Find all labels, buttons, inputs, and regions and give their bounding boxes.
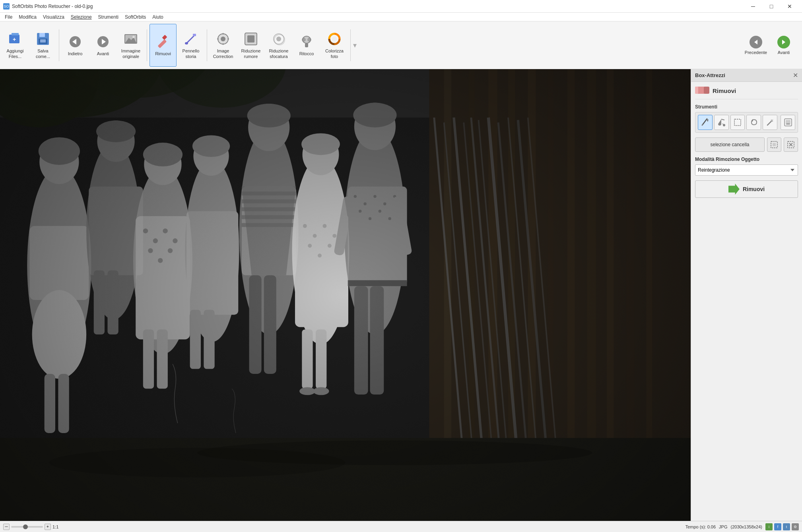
toolbar-ridrumore-button[interactable]: Riduzionerumore <box>237 24 264 67</box>
toolbar-sep-3 <box>207 29 207 61</box>
status-bar: ─ + 1:1 Tempo (s): 0.06 JPG (2030x1358x2… <box>0 521 802 532</box>
indietro-icon <box>67 34 83 50</box>
zoom-out-button[interactable]: ─ <box>3 524 10 530</box>
aggiungi-icon: + <box>7 31 23 47</box>
tools-grid <box>695 112 798 133</box>
tool-fill-button[interactable] <box>714 115 729 130</box>
svg-point-14 <box>132 36 135 38</box>
remove-action-button[interactable]: Rimuovi <box>695 180 798 198</box>
minimize-button[interactable]: ─ <box>744 0 762 13</box>
menu-visualizza[interactable]: Visualizza <box>40 13 68 21</box>
svg-rect-174 <box>773 143 776 146</box>
close-button[interactable]: ✕ <box>781 0 799 13</box>
imagecorr-label: ImageCorrection <box>213 48 233 59</box>
toolbar-indietro-button[interactable]: Indietro <box>62 24 89 67</box>
toolbar-ridsfoc-button[interactable]: Riduzionesfocatura <box>265 24 292 67</box>
tool-wand-button[interactable] <box>763 115 777 130</box>
toolbar: + AggiungiFiles... Salvacome... Indietro <box>0 21 802 69</box>
svg-line-17 <box>186 35 194 43</box>
svg-marker-41 <box>782 40 785 44</box>
main-area: Box-Attrezzi ✕ Rimuovi Strumenti <box>0 69 802 521</box>
svg-rect-164 <box>734 119 741 126</box>
menu-strumenti[interactable]: Strumenti <box>95 13 122 21</box>
maximize-button[interactable]: □ <box>762 0 781 13</box>
rimuovi-label: Rimuovi <box>155 51 171 56</box>
svg-line-165 <box>767 121 771 125</box>
svg-rect-29 <box>247 35 254 43</box>
next-icon <box>777 36 790 48</box>
selection-cancel-button[interactable]: selezione cancella <box>695 137 765 152</box>
menu-selezione[interactable]: Selezione <box>68 13 95 21</box>
menu-bar: File Modifica Visualizza Selezione Strum… <box>0 13 802 21</box>
pennello-label: Pennellostoria <box>183 48 200 59</box>
svg-rect-18 <box>193 34 196 36</box>
toolbar-aggiungi-button[interactable]: + AggiungiFiles... <box>2 24 29 67</box>
menu-modifica[interactable]: Modifica <box>16 13 40 21</box>
menu-aiuto[interactable]: Aiuto <box>149 13 166 21</box>
tool-lasso-button[interactable] <box>746 115 761 130</box>
nav-prev-button[interactable]: Precedente <box>742 24 769 67</box>
toolbar-immagine-button[interactable]: Immagineoriginale <box>117 24 144 67</box>
zoom-slider[interactable] <box>11 526 43 528</box>
strumenti-section: Strumenti <box>695 104 798 133</box>
panel-header: Box-Attrezzi ✕ <box>691 69 802 82</box>
rimuovi-icon <box>155 34 171 50</box>
ritocco-icon <box>299 34 315 50</box>
rimuovi-section-title: Rimuovi <box>713 87 736 94</box>
zoom-thumb[interactable] <box>23 524 28 529</box>
svg-marker-40 <box>754 40 757 44</box>
ridrumore-icon <box>243 31 259 47</box>
box-attrezzi-panel: Box-Attrezzi ✕ Rimuovi Strumenti <box>691 69 802 521</box>
status-icon-1[interactable]: i <box>765 523 773 530</box>
tool-download-button[interactable] <box>781 115 795 130</box>
toolbar-rimuovi-button[interactable]: Rimuovi <box>150 24 177 67</box>
remove-arrow-icon <box>728 184 740 195</box>
colorizza-label: Colorizzafoto <box>325 48 344 59</box>
toolbar-sep-4 <box>350 29 351 61</box>
panel-body: Rimuovi Strumenti <box>691 82 802 521</box>
mode-select[interactable]: Reintegrazione Clona Sfoca <box>695 164 798 176</box>
format-text: JPG <box>719 524 727 529</box>
toolbar-more-button[interactable]: ▾ <box>353 41 357 50</box>
zoom-in-button[interactable]: + <box>45 524 51 530</box>
pennello-icon <box>183 31 199 47</box>
status-icon-2[interactable]: f <box>774 523 781 530</box>
toolbar-colorizza-button[interactable]: Colorizzafoto <box>321 24 348 67</box>
menu-file[interactable]: File <box>2 13 16 21</box>
tool-rect-select-button[interactable] <box>730 115 745 130</box>
next-label: Avanti <box>778 50 790 55</box>
svg-point-35 <box>302 38 306 42</box>
toolbar-salva-button[interactable]: Salvacome... <box>29 24 56 67</box>
toolbar-ritocco-button[interactable]: Ritocco <box>293 24 320 67</box>
svg-rect-37 <box>305 43 308 47</box>
zoom-controls: ─ + 1:1 <box>3 524 58 530</box>
svg-rect-4 <box>39 33 45 37</box>
image-canvas[interactable] <box>0 69 691 521</box>
svg-rect-172 <box>786 124 790 124</box>
status-icon-3[interactable]: t <box>783 523 790 530</box>
strumenti-label: Strumenti <box>695 104 798 110</box>
svg-line-163 <box>722 124 723 124</box>
selection-icon-btn-1[interactable] <box>767 137 781 152</box>
svg-line-161 <box>721 119 724 120</box>
panel-close-button[interactable]: ✕ <box>793 72 798 79</box>
toolbar-imagecorr-button[interactable]: ImageCorrection <box>210 24 237 67</box>
tool-pencil-button[interactable] <box>698 115 713 130</box>
status-icon-4[interactable]: ⚙ <box>792 523 799 530</box>
indietro-label: Indietro <box>68 51 83 56</box>
toolbar-avanti-button[interactable]: Avanti <box>89 24 117 67</box>
dimensions-text: (2030x1358x24) <box>730 524 762 529</box>
mode-label: Modalità Rimozione Oggetto <box>695 157 798 162</box>
title-bar-left: SO SoftOrbits Photo Retoucher - old-0.jp… <box>3 3 93 10</box>
svg-point-32 <box>276 37 281 41</box>
toolbar-pennello-button[interactable]: Pennellostoria <box>177 24 204 67</box>
svg-rect-154 <box>0 69 691 521</box>
svg-rect-15 <box>158 39 167 48</box>
ridsfoc-icon <box>271 31 287 47</box>
panel-title: Box-Attrezzi <box>695 72 725 78</box>
salva-label: Salvacome... <box>36 48 50 59</box>
selection-icon-btn-2[interactable] <box>784 137 798 152</box>
menu-softorbits[interactable]: SoftOrbits <box>122 13 149 21</box>
nav-next-button[interactable]: Avanti <box>770 24 797 67</box>
immagine-label: Immagineoriginale <box>121 48 140 59</box>
